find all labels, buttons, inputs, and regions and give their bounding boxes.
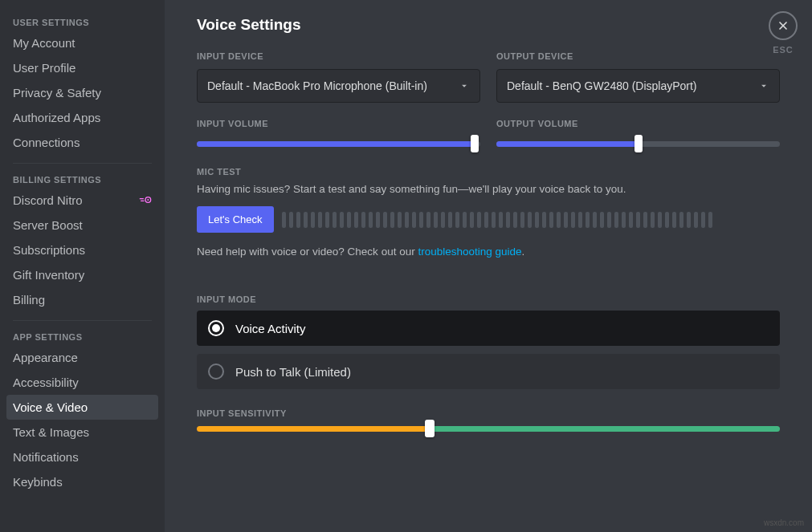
output-volume-label: OUTPUT VOLUME [496,119,780,128]
output-volume-slider[interactable] [496,136,780,151]
sidebar-header-app-settings: APP SETTINGS [6,329,158,345]
sidebar-item-label: Voice & Video [13,400,88,414]
mic-test-label: MIC TEST [197,167,780,177]
troubleshoot-suffix: . [522,246,525,258]
chevron-down-icon [758,80,769,91]
radio-label: Push to Talk (Limited) [235,365,351,379]
sidebar-item-my-account[interactable]: My Account [6,30,158,55]
sidebar-item-user-profile[interactable]: User Profile [6,55,158,80]
sidebar-item-text-images[interactable]: Text & Images [6,420,158,445]
sidebar-item-gift-inventory[interactable]: Gift Inventory [6,262,158,287]
radio-push-to-talk[interactable]: Push to Talk (Limited) [197,354,780,389]
sidebar-item-subscriptions[interactable]: Subscriptions [6,238,158,262]
sidebar-item-voice-video[interactable]: Voice & Video [6,395,158,420]
mic-test-button[interactable]: Let's Check [197,206,274,233]
sidebar-item-label: Accessibility [13,376,79,389]
troubleshoot-text: Need help with voice or video? Check out… [197,246,780,258]
sidebar-separator [13,320,152,321]
close-button[interactable] [769,11,798,40]
output-device-value: Default - BenQ GW2480 (DisplayPort) [507,79,752,92]
settings-sidebar: USER SETTINGS My Account User Profile Pr… [0,0,165,532]
page-title: Voice Settings [197,16,780,34]
output-device-select[interactable]: Default - BenQ GW2480 (DisplayPort) [496,69,780,103]
sidebar-item-label: Connections [13,136,80,149]
chevron-down-icon [459,80,470,91]
output-device-label: OUTPUT DEVICE [496,51,780,61]
sidebar-item-label: Gift Inventory [13,268,84,282]
sidebar-item-label: Billing [13,293,45,307]
nitro-icon [139,193,152,207]
sidebar-item-label: Privacy & Safety [13,86,101,99]
sidebar-item-notifications[interactable]: Notifications [6,445,158,469]
volume-row: INPUT VOLUME OUTPUT VOLUME [197,119,780,151]
input-volume-slider[interactable] [197,136,480,151]
sidebar-item-label: My Account [13,36,75,50]
sidebar-item-server-boost[interactable]: Server Boost [6,213,158,238]
sidebar-item-keybinds[interactable]: Keybinds [6,469,158,494]
sidebar-item-appearance[interactable]: Appearance [6,345,158,370]
esc-label: ESC [769,45,798,55]
input-device-value: Default - MacBook Pro Microphone (Built-… [207,79,452,92]
sidebar-header-user-settings: USER SETTINGS [6,14,158,30]
sidebar-item-privacy-safety[interactable]: Privacy & Safety [6,80,158,105]
radio-voice-activity[interactable]: Voice Activity [197,311,780,346]
watermark: wsxdn.com [764,518,804,527]
svg-point-1 [147,199,149,201]
input-mode-group: Voice Activity Push to Talk (Limited) [197,311,780,389]
sidebar-item-authorized-apps[interactable]: Authorized Apps [6,105,158,130]
radio-icon [208,320,224,336]
sidebar-item-label: Authorized Apps [13,111,100,124]
input-sensitivity-label: INPUT SENSITIVITY [197,408,780,418]
mic-level-meter [282,212,780,228]
mic-test-help: Having mic issues? Start a test and say … [197,183,780,195]
radio-icon [208,363,224,380]
close-wrap: ESC [769,11,798,55]
sidebar-item-label: Text & Images [13,425,89,439]
sidebar-item-label: Notifications [13,450,79,464]
sidebar-item-discord-nitro[interactable]: Discord Nitro [6,188,158,213]
sidebar-item-accessibility[interactable]: Accessibility [6,370,158,395]
sidebar-item-label: Server Boost [13,218,83,232]
sidebar-item-connections[interactable]: Connections [6,130,158,155]
troubleshoot-link[interactable]: troubleshooting guide [418,246,521,258]
mic-test-row: Let's Check [197,206,780,233]
input-mode-label: INPUT MODE [197,294,780,304]
sidebar-item-label: User Profile [13,61,75,75]
sidebar-item-label: Keybinds [13,475,63,489]
input-device-label: INPUT DEVICE [197,51,480,61]
input-sensitivity-slider[interactable] [197,426,780,432]
sidebar-item-billing[interactable]: Billing [6,287,158,312]
input-volume-label: INPUT VOLUME [197,119,480,128]
settings-content: Voice Settings INPUT DEVICE Default - Ma… [165,0,812,532]
sidebar-item-label: Appearance [13,351,78,364]
input-device-select[interactable]: Default - MacBook Pro Microphone (Built-… [197,69,480,103]
sidebar-item-label: Discord Nitro [13,193,83,207]
sidebar-header-billing-settings: BILLING SETTINGS [6,172,158,188]
radio-label: Voice Activity [235,322,306,335]
sidebar-separator [13,163,152,164]
troubleshoot-prefix: Need help with voice or video? Check out… [197,246,418,258]
sidebar-item-label: Subscriptions [13,243,85,257]
device-row: INPUT DEVICE Default - MacBook Pro Micro… [197,51,780,103]
